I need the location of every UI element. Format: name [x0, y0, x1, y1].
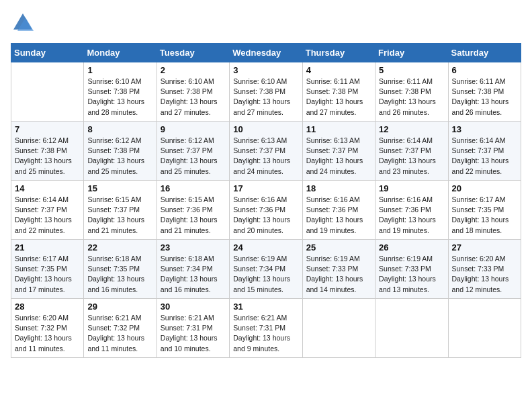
day-info: Sunrise: 6:14 AM Sunset: 7:37 PM Dayligh… — [379, 136, 444, 177]
day-info: Sunrise: 6:12 AM Sunset: 7:38 PM Dayligh… — [87, 136, 152, 177]
calendar-table: SundayMondayTuesdayWednesdayThursdayFrid… — [11, 43, 521, 358]
day-info: Sunrise: 6:21 AM Sunset: 7:31 PM Dayligh… — [161, 313, 226, 354]
day-info: Sunrise: 6:14 AM Sunset: 7:37 PM Dayligh… — [15, 195, 80, 236]
calendar-cell: 5Sunrise: 6:11 AM Sunset: 7:38 PM Daylig… — [375, 62, 448, 122]
day-number: 25 — [306, 242, 371, 253]
day-number: 27 — [452, 242, 517, 253]
day-info: Sunrise: 6:20 AM Sunset: 7:32 PM Dayligh… — [15, 313, 80, 354]
calendar-cell: 15Sunrise: 6:15 AM Sunset: 7:37 PM Dayli… — [84, 181, 157, 240]
day-info: Sunrise: 6:20 AM Sunset: 7:33 PM Dayligh… — [452, 254, 517, 295]
weekday-header-row: SundayMondayTuesdayWednesdayThursdayFrid… — [11, 44, 521, 62]
day-info: Sunrise: 6:21 AM Sunset: 7:31 PM Dayligh… — [233, 313, 298, 354]
day-number: 14 — [15, 183, 80, 193]
day-info: Sunrise: 6:12 AM Sunset: 7:37 PM Dayligh… — [161, 136, 226, 177]
day-number: 3 — [233, 65, 298, 75]
day-number: 6 — [452, 65, 517, 75]
calendar-cell: 6Sunrise: 6:11 AM Sunset: 7:38 PM Daylig… — [448, 62, 521, 122]
day-number: 13 — [452, 124, 517, 134]
calendar-cell: 30Sunrise: 6:21 AM Sunset: 7:31 PM Dayli… — [157, 299, 229, 358]
day-info: Sunrise: 6:21 AM Sunset: 7:32 PM Dayligh… — [87, 313, 152, 354]
day-info: Sunrise: 6:16 AM Sunset: 7:36 PM Dayligh… — [233, 195, 298, 236]
day-number: 19 — [379, 183, 444, 193]
weekday-header-thursday: Thursday — [302, 44, 375, 62]
day-info: Sunrise: 6:19 AM Sunset: 7:33 PM Dayligh… — [379, 254, 444, 295]
day-info: Sunrise: 6:16 AM Sunset: 7:36 PM Dayligh… — [306, 195, 371, 236]
day-number: 18 — [306, 183, 371, 193]
day-number: 1 — [87, 65, 152, 75]
weekday-header-sunday: Sunday — [11, 44, 84, 62]
day-number: 30 — [161, 302, 226, 312]
calendar-cell: 14Sunrise: 6:14 AM Sunset: 7:37 PM Dayli… — [11, 181, 84, 240]
day-number: 24 — [233, 242, 298, 253]
day-info: Sunrise: 6:18 AM Sunset: 7:34 PM Dayligh… — [161, 254, 226, 295]
day-info: Sunrise: 6:19 AM Sunset: 7:33 PM Dayligh… — [306, 254, 371, 295]
weekday-header-saturday: Saturday — [448, 44, 521, 62]
day-number: 20 — [452, 183, 517, 193]
week-row-1: 1Sunrise: 6:10 AM Sunset: 7:38 PM Daylig… — [11, 62, 521, 122]
day-number: 26 — [379, 242, 444, 253]
day-info: Sunrise: 6:15 AM Sunset: 7:36 PM Dayligh… — [161, 195, 226, 236]
day-number: 9 — [161, 124, 226, 134]
calendar-cell: 12Sunrise: 6:14 AM Sunset: 7:37 PM Dayli… — [375, 122, 448, 181]
calendar-cell: 29Sunrise: 6:21 AM Sunset: 7:32 PM Dayli… — [84, 299, 157, 358]
day-number: 7 — [15, 124, 80, 134]
day-info: Sunrise: 6:10 AM Sunset: 7:38 PM Dayligh… — [87, 77, 152, 118]
day-number: 16 — [161, 183, 226, 193]
logo — [11, 11, 38, 35]
day-info: Sunrise: 6:12 AM Sunset: 7:38 PM Dayligh… — [15, 136, 80, 177]
calendar-cell: 11Sunrise: 6:13 AM Sunset: 7:37 PM Dayli… — [302, 122, 375, 181]
day-number: 29 — [87, 302, 152, 312]
calendar-cell — [302, 299, 375, 358]
calendar-cell: 10Sunrise: 6:13 AM Sunset: 7:37 PM Dayli… — [230, 122, 302, 181]
calendar-cell: 24Sunrise: 6:19 AM Sunset: 7:34 PM Dayli… — [230, 240, 302, 299]
calendar-cell: 31Sunrise: 6:21 AM Sunset: 7:31 PM Dayli… — [230, 299, 302, 358]
day-number: 12 — [379, 124, 444, 134]
day-info: Sunrise: 6:19 AM Sunset: 7:34 PM Dayligh… — [233, 254, 298, 295]
calendar-cell: 25Sunrise: 6:19 AM Sunset: 7:33 PM Dayli… — [302, 240, 375, 299]
calendar-cell: 22Sunrise: 6:18 AM Sunset: 7:35 PM Dayli… — [84, 240, 157, 299]
week-row-5: 28Sunrise: 6:20 AM Sunset: 7:32 PM Dayli… — [11, 299, 521, 358]
day-number: 23 — [161, 242, 226, 253]
week-row-4: 21Sunrise: 6:17 AM Sunset: 7:35 PM Dayli… — [11, 240, 521, 299]
calendar-cell: 19Sunrise: 6:16 AM Sunset: 7:36 PM Dayli… — [375, 181, 448, 240]
day-number: 5 — [379, 65, 444, 75]
weekday-header-wednesday: Wednesday — [230, 44, 302, 62]
calendar-cell: 23Sunrise: 6:18 AM Sunset: 7:34 PM Dayli… — [157, 240, 229, 299]
calendar-cell: 18Sunrise: 6:16 AM Sunset: 7:36 PM Dayli… — [302, 181, 375, 240]
day-number: 11 — [306, 124, 371, 134]
calendar-cell: 2Sunrise: 6:10 AM Sunset: 7:38 PM Daylig… — [157, 62, 229, 122]
day-info: Sunrise: 6:18 AM Sunset: 7:35 PM Dayligh… — [87, 254, 152, 295]
calendar-cell — [448, 299, 521, 358]
calendar-cell: 26Sunrise: 6:19 AM Sunset: 7:33 PM Dayli… — [375, 240, 448, 299]
day-info: Sunrise: 6:17 AM Sunset: 7:35 PM Dayligh… — [15, 254, 80, 295]
day-info: Sunrise: 6:11 AM Sunset: 7:38 PM Dayligh… — [452, 77, 517, 118]
day-number: 28 — [15, 302, 80, 312]
calendar-cell: 3Sunrise: 6:10 AM Sunset: 7:38 PM Daylig… — [230, 62, 302, 122]
page-header — [11, 11, 521, 35]
weekday-header-tuesday: Tuesday — [157, 44, 229, 62]
calendar-cell: 17Sunrise: 6:16 AM Sunset: 7:36 PM Dayli… — [230, 181, 302, 240]
week-row-3: 14Sunrise: 6:14 AM Sunset: 7:37 PM Dayli… — [11, 181, 521, 240]
calendar-cell — [375, 299, 448, 358]
weekday-header-monday: Monday — [84, 44, 157, 62]
calendar-cell: 28Sunrise: 6:20 AM Sunset: 7:32 PM Dayli… — [11, 299, 84, 358]
day-info: Sunrise: 6:11 AM Sunset: 7:38 PM Dayligh… — [306, 77, 371, 118]
calendar-cell: 8Sunrise: 6:12 AM Sunset: 7:38 PM Daylig… — [84, 122, 157, 181]
calendar-cell: 7Sunrise: 6:12 AM Sunset: 7:38 PM Daylig… — [11, 122, 84, 181]
calendar-cell: 4Sunrise: 6:11 AM Sunset: 7:38 PM Daylig… — [302, 62, 375, 122]
day-number: 10 — [233, 124, 298, 134]
calendar-cell: 9Sunrise: 6:12 AM Sunset: 7:37 PM Daylig… — [157, 122, 229, 181]
calendar-cell: 16Sunrise: 6:15 AM Sunset: 7:36 PM Dayli… — [157, 181, 229, 240]
day-info: Sunrise: 6:11 AM Sunset: 7:38 PM Dayligh… — [379, 77, 444, 118]
day-number: 21 — [15, 242, 80, 253]
logo-icon — [11, 11, 35, 35]
day-number: 22 — [87, 242, 152, 253]
day-number: 4 — [306, 65, 371, 75]
calendar-cell: 20Sunrise: 6:17 AM Sunset: 7:35 PM Dayli… — [448, 181, 521, 240]
day-info: Sunrise: 6:13 AM Sunset: 7:37 PM Dayligh… — [306, 136, 371, 177]
week-row-2: 7Sunrise: 6:12 AM Sunset: 7:38 PM Daylig… — [11, 122, 521, 181]
day-number: 17 — [233, 183, 298, 193]
calendar-cell — [11, 62, 84, 122]
calendar-cell: 21Sunrise: 6:17 AM Sunset: 7:35 PM Dayli… — [11, 240, 84, 299]
weekday-header-friday: Friday — [375, 44, 448, 62]
